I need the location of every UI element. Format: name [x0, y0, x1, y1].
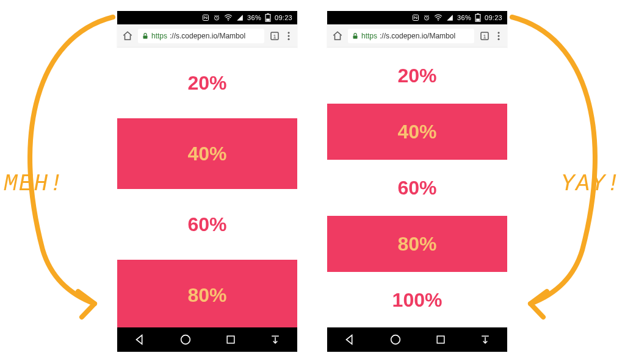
viewport-left: 20% 40% 60% 80% 100% — [117, 48, 297, 328]
address-bar: https://s.codepen.io/Mambol 1 — [327, 24, 507, 48]
clock-time: 09:23 — [275, 14, 292, 21]
signal-icon — [446, 14, 453, 21]
lock-icon — [142, 32, 149, 40]
svg-point-24 — [181, 335, 190, 344]
clock-time: 09:23 — [485, 14, 502, 21]
svg-rect-18 — [353, 35, 358, 38]
home-nav-icon[interactable] — [389, 333, 402, 346]
row-40: 40% — [117, 118, 297, 189]
battery-icon — [475, 13, 481, 22]
url-rest: ://s.codepen.io/Mambol — [170, 32, 245, 40]
battery-pct: 36% — [457, 14, 471, 21]
viewport-right: 20% 40% 60% 80% 100% — [327, 48, 507, 327]
phone-left: 36% 09:23 https://s.codepen.io/Mambol 1 … — [117, 11, 297, 328]
tab-count-icon[interactable]: 1 — [269, 30, 280, 41]
wifi-icon — [224, 14, 233, 21]
signal-icon — [236, 14, 244, 21]
back-icon[interactable] — [343, 333, 356, 346]
svg-rect-16 — [477, 13, 479, 15]
home-icon[interactable] — [122, 30, 133, 41]
svg-text:1: 1 — [483, 33, 486, 39]
row-20: 20% — [327, 48, 507, 104]
row-80: 80% — [327, 216, 507, 272]
row-80: 80% — [117, 260, 297, 328]
phone-right: 36% 09:23 https://s.codepen.io/Mambol 1 … — [327, 11, 507, 327]
svg-point-9 — [288, 32, 290, 34]
svg-rect-27 — [437, 336, 444, 343]
label-meh: MEH! — [4, 171, 64, 197]
status-bar: 36% 09:23 — [327, 11, 507, 24]
wifi-icon — [434, 14, 443, 21]
status-bar: 36% 09:23 — [117, 11, 297, 24]
svg-rect-5 — [266, 19, 269, 21]
nfc-icon — [202, 14, 209, 21]
battery-pct: 36% — [247, 14, 261, 21]
svg-point-22 — [498, 35, 500, 37]
address-bar: https://s.codepen.io/Mambol 1 — [117, 24, 297, 48]
svg-point-21 — [498, 32, 500, 34]
home-nav-icon[interactable] — [179, 333, 192, 346]
svg-point-23 — [498, 38, 500, 40]
url-scheme: https — [151, 32, 167, 40]
svg-rect-4 — [267, 13, 269, 15]
url-field[interactable]: https://s.codepen.io/Mambol — [138, 29, 264, 43]
svg-rect-6 — [143, 35, 148, 38]
svg-rect-17 — [476, 19, 479, 21]
lock-icon — [352, 32, 359, 40]
dropdown-nav-icon[interactable] — [269, 333, 281, 346]
svg-point-2 — [228, 20, 229, 21]
overview-icon[interactable] — [225, 334, 237, 346]
home-icon[interactable] — [332, 30, 343, 41]
row-60: 60% — [327, 160, 507, 216]
overview-icon[interactable] — [435, 334, 447, 346]
url-rest: ://s.codepen.io/Mambol — [380, 32, 455, 40]
url-scheme: https — [361, 32, 377, 40]
row-100: 100% — [327, 272, 507, 327]
svg-point-26 — [391, 335, 400, 344]
android-nav-bar — [117, 327, 297, 352]
tab-count-icon[interactable]: 1 — [479, 30, 490, 41]
row-60: 60% — [117, 189, 297, 260]
url-field[interactable]: https://s.codepen.io/Mambol — [348, 29, 474, 43]
label-yay: YAY! — [561, 171, 621, 197]
row-20: 20% — [117, 48, 297, 118]
svg-rect-25 — [227, 336, 234, 343]
alarm-icon — [423, 14, 430, 21]
nfc-icon — [412, 14, 419, 21]
dropdown-nav-icon[interactable] — [479, 333, 491, 346]
alarm-icon — [213, 14, 220, 21]
row-40: 40% — [327, 104, 507, 160]
svg-point-10 — [288, 35, 290, 37]
menu-icon[interactable] — [285, 30, 292, 41]
menu-icon[interactable] — [495, 30, 502, 41]
svg-point-11 — [288, 38, 290, 40]
android-nav-bar — [327, 327, 507, 352]
svg-text:1: 1 — [273, 33, 276, 39]
svg-point-14 — [438, 20, 439, 21]
back-icon[interactable] — [133, 333, 146, 346]
battery-icon — [265, 13, 271, 22]
